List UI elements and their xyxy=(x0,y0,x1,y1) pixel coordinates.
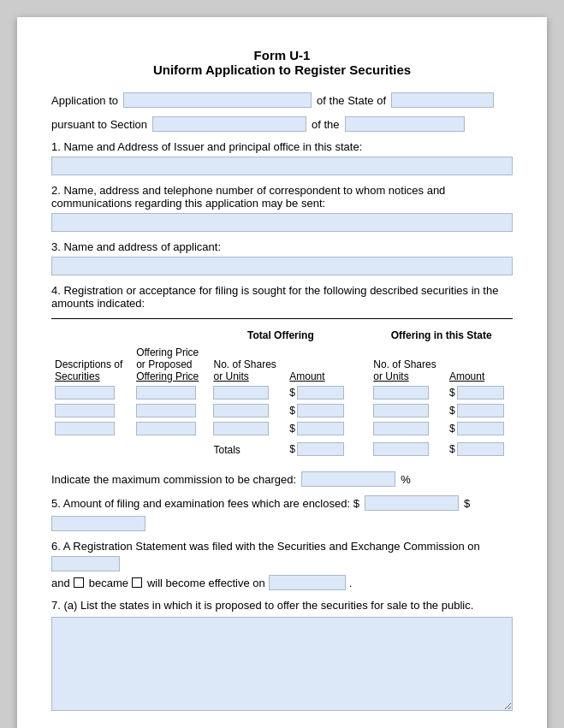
section5-input1[interactable] xyxy=(365,495,459,511)
section1-block: 1. Name and Address of Issuer and princi… xyxy=(51,140,513,175)
section5-label: 5. Amount of filing and examination fees… xyxy=(51,497,359,510)
form-page: Form U-1 Uniform Application to Register… xyxy=(17,17,547,728)
offering-price-input-1[interactable] xyxy=(136,386,196,400)
section6-date-input[interactable] xyxy=(51,556,120,571)
total-offering-header: Total Offering xyxy=(208,328,353,345)
shares-total-1[interactable] xyxy=(213,386,269,400)
totals-row: Totals $ $ xyxy=(51,437,513,458)
pursuant-prefix: pursuant to Section xyxy=(51,118,147,131)
section3-input[interactable] xyxy=(51,257,513,275)
pursuant-row: pursuant to Section of the xyxy=(51,116,513,132)
section4-label: 4. Registration or acceptance for filing… xyxy=(51,284,513,310)
dollar-sign-total: $ xyxy=(289,443,295,455)
pursuant-middle: of the xyxy=(312,118,340,131)
section7-block: 7. (a) List the states in which it is pr… xyxy=(51,599,513,713)
pursuant-section-input[interactable] xyxy=(152,116,306,132)
section2-label: 2. Name, address and telephone number of… xyxy=(51,184,513,210)
table-row: $ $ xyxy=(51,401,513,419)
shares-total-2[interactable] xyxy=(213,404,269,417)
will-checkbox[interactable] xyxy=(132,577,142,588)
col2-sub2: Offering Price xyxy=(136,370,205,382)
became-checkbox[interactable] xyxy=(74,577,84,588)
col1-sub: Securities xyxy=(55,370,129,382)
col2-header: Offering Price xyxy=(136,346,205,358)
desc-input-2[interactable] xyxy=(55,404,115,417)
offering-state-header: Offering in this State xyxy=(370,328,513,345)
dollar-sign-2: $ xyxy=(289,405,295,417)
col1-header: Descriptions of xyxy=(55,358,129,370)
dollar-sign-st: $ xyxy=(449,443,455,455)
section1-label: 1. Name and Address of Issuer and princi… xyxy=(51,140,513,153)
commission-row: Indicate the maximum commission to be ch… xyxy=(51,471,513,487)
col5-header: No. of Shares xyxy=(373,358,442,370)
col4-header: Amount xyxy=(289,370,349,382)
section1-input[interactable] xyxy=(51,157,513,175)
table-row: $ $ xyxy=(51,384,513,401)
total-amount-input[interactable] xyxy=(297,442,344,456)
dollar-sign-s3: $ xyxy=(449,423,455,435)
shares-total-3[interactable] xyxy=(213,422,269,435)
amount-total-2[interactable] xyxy=(297,404,344,417)
totals-label: Totals xyxy=(213,444,240,456)
section6-suffix: . xyxy=(349,577,353,589)
section6-and: and xyxy=(51,577,70,589)
section5-block: 5. Amount of filing and examination fees… xyxy=(51,495,513,531)
dollar-sign-1: $ xyxy=(289,387,295,399)
offering-price-input-3[interactable] xyxy=(136,422,196,435)
col3-sub: or Units xyxy=(213,370,282,382)
table-row: $ $ xyxy=(51,419,513,437)
shares-state-2[interactable] xyxy=(373,404,429,417)
dollar-sign-s2: $ xyxy=(449,405,455,417)
commission-input[interactable] xyxy=(301,471,395,487)
section3-block: 3. Name and address of applicant: xyxy=(51,240,513,275)
became-label: became xyxy=(89,577,128,589)
amount-state-2[interactable] xyxy=(457,404,504,417)
app-state-input[interactable] xyxy=(391,92,494,108)
desc-input-1[interactable] xyxy=(55,386,115,400)
section5-dollar: $ xyxy=(464,497,470,510)
amount-state-total[interactable] xyxy=(457,442,504,456)
section2-block: 2. Name, address and telephone number of… xyxy=(51,184,513,232)
form-title: Form U-1 xyxy=(51,48,513,62)
will-label: will become effective on xyxy=(147,577,265,589)
shares-state-1[interactable] xyxy=(373,386,429,400)
dollar-sign-s1: $ xyxy=(449,387,455,399)
pursuant-of-input[interactable] xyxy=(345,116,465,132)
section5-input2[interactable] xyxy=(51,516,145,531)
offering-table: Total Offering Offering in this State De… xyxy=(51,328,513,458)
shares-state-3[interactable] xyxy=(373,422,429,435)
application-row: Application to of the State of xyxy=(51,92,513,108)
desc-input-3[interactable] xyxy=(55,422,115,435)
section6-effective-input[interactable] xyxy=(269,575,346,590)
section7-label: 7. (a) List the states in which it is pr… xyxy=(51,599,513,612)
section6-block: 6. A Registration Statement was filed wi… xyxy=(51,540,513,590)
col3-header: No. of Shares xyxy=(213,358,282,370)
commission-suffix: % xyxy=(401,473,411,486)
amount-total-1[interactable] xyxy=(297,386,344,400)
amount-state-3[interactable] xyxy=(457,422,504,435)
app-middle: of the State of xyxy=(317,94,386,107)
amount-state-1[interactable] xyxy=(457,386,504,400)
col6-header: Amount xyxy=(449,370,509,382)
col2-sub: or Proposed xyxy=(136,358,205,370)
commission-label: Indicate the maximum commission to be ch… xyxy=(51,473,296,486)
divider xyxy=(51,318,513,319)
app-prefix: Application to xyxy=(51,94,118,107)
amount-total-3[interactable] xyxy=(297,422,344,435)
offering-price-input-2[interactable] xyxy=(136,404,196,417)
shares-state-total[interactable] xyxy=(373,442,429,456)
dollar-sign-3: $ xyxy=(289,423,295,435)
section2-input[interactable] xyxy=(51,213,513,232)
section7-textarea[interactable] xyxy=(51,617,513,711)
form-subtitle: Uniform Application to Register Securiti… xyxy=(51,62,513,77)
col5-sub: or Units xyxy=(373,370,442,382)
section3-label: 3. Name and address of applicant: xyxy=(51,240,513,253)
app-to-input[interactable] xyxy=(123,92,312,108)
title-block: Form U-1 Uniform Application to Register… xyxy=(51,48,513,77)
section4-block: 4. Registration or acceptance for filing… xyxy=(51,284,513,458)
section6-prefix: 6. A Registration Statement was filed wi… xyxy=(51,540,480,553)
